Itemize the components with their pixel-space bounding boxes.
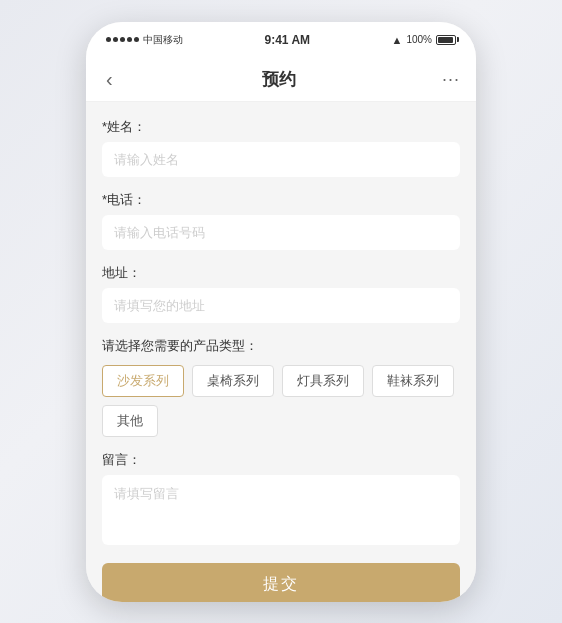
product-tag-3[interactable]: 鞋袜系列	[372, 365, 454, 397]
signal-dots	[106, 37, 139, 42]
message-section: 留言：	[102, 451, 460, 549]
signal-strength: 100%	[406, 34, 432, 45]
submit-button[interactable]: 提交	[102, 563, 460, 602]
phone-input[interactable]	[102, 215, 460, 250]
battery-fill	[438, 37, 453, 43]
phone-label: *电话：	[102, 191, 460, 209]
page-title: 预约	[262, 68, 296, 91]
product-tag-2[interactable]: 灯具系列	[282, 365, 364, 397]
status-time: 9:41 AM	[264, 33, 310, 47]
product-section: 请选择您需要的产品类型： 沙发系列桌椅系列灯具系列鞋袜系列其他	[102, 337, 460, 437]
address-input[interactable]	[102, 288, 460, 323]
phone-section: *电话：	[102, 191, 460, 250]
back-button[interactable]: ‹	[102, 64, 117, 95]
product-label: 请选择您需要的产品类型：	[102, 337, 460, 355]
status-right: ▲ 100%	[392, 34, 456, 46]
signal-dot-2	[113, 37, 118, 42]
address-section: 地址：	[102, 264, 460, 323]
more-button[interactable]: ···	[442, 69, 460, 90]
product-tag-4[interactable]: 其他	[102, 405, 158, 437]
status-bar: 中国移动 9:41 AM ▲ 100%	[86, 22, 476, 58]
carrier-name: 中国移动	[143, 33, 183, 47]
signal-dot-4	[127, 37, 132, 42]
message-input[interactable]	[102, 475, 460, 545]
product-tag-1[interactable]: 桌椅系列	[192, 365, 274, 397]
phone-frame: 中国移动 9:41 AM ▲ 100% ‹ 预约 ··· *姓名： *电话：	[86, 22, 476, 602]
product-tag-0[interactable]: 沙发系列	[102, 365, 184, 397]
form-content: *姓名： *电话： 地址： 请选择您需要的产品类型： 沙发系列桌椅系列灯具系列鞋…	[86, 102, 476, 602]
wifi-icon: ▲	[392, 34, 403, 46]
battery-icon	[436, 35, 456, 45]
status-left: 中国移动	[106, 33, 183, 47]
nav-bar: ‹ 预约 ···	[86, 58, 476, 102]
address-label: 地址：	[102, 264, 460, 282]
name-label: *姓名：	[102, 118, 460, 136]
name-input[interactable]	[102, 142, 460, 177]
signal-dot-5	[134, 37, 139, 42]
name-section: *姓名：	[102, 118, 460, 177]
signal-dot-1	[106, 37, 111, 42]
signal-dot-3	[120, 37, 125, 42]
product-tags-container: 沙发系列桌椅系列灯具系列鞋袜系列其他	[102, 365, 460, 437]
message-label: 留言：	[102, 451, 460, 469]
